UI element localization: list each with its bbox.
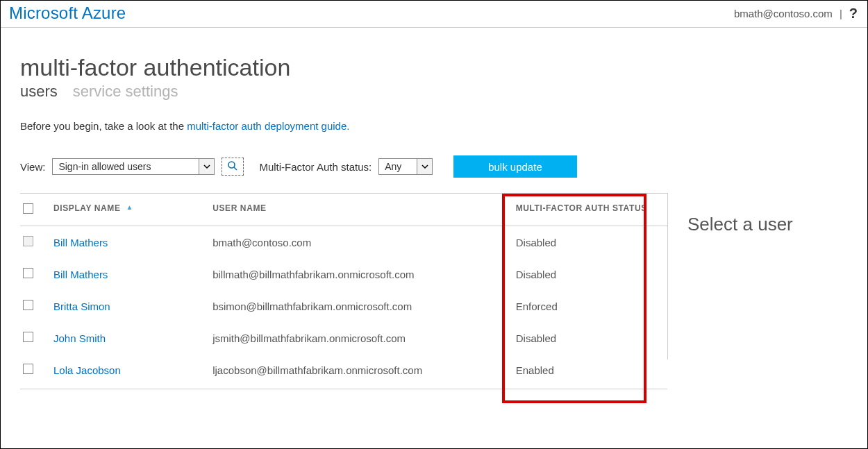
- search-icon: [227, 160, 238, 173]
- user-name-cell: jsmith@billmathfabrikam.onmicrosoft.com: [212, 322, 516, 354]
- display-name-cell: Bill Mathers: [53, 258, 212, 290]
- side-panel-prompt: Select a user: [687, 214, 848, 235]
- table-row[interactable]: Lola Jacobsonljacobson@billmathfabrikam.…: [20, 354, 667, 389]
- header-mfa-status[interactable]: MULTI-FACTOR AUTH STATUS: [516, 194, 667, 226]
- chevron-down-icon: [417, 159, 432, 174]
- brand-logo: Microsoft Azure: [9, 3, 126, 23]
- status-filter-select[interactable]: Any: [378, 158, 433, 175]
- display-name-link[interactable]: Britta Simon: [53, 300, 110, 312]
- row-checkbox[interactable]: [23, 300, 33, 310]
- status-filter-label: Multi-Factor Auth status:: [259, 161, 372, 173]
- row-checkbox-cell: [20, 322, 53, 354]
- tab-service-settings[interactable]: service settings: [73, 83, 178, 101]
- tab-users[interactable]: users: [20, 83, 58, 101]
- bulk-update-button[interactable]: bulk update: [453, 155, 577, 178]
- search-button[interactable]: [222, 158, 244, 176]
- deployment-guide-link[interactable]: multi-factor auth deployment guide.: [187, 120, 349, 132]
- row-checkbox[interactable]: [23, 332, 33, 342]
- help-icon[interactable]: ?: [849, 6, 858, 22]
- display-name-link[interactable]: Lola Jacobson: [53, 364, 121, 376]
- mfa-status-cell: Disabled: [516, 226, 667, 259]
- mfa-status-cell: Enforced: [516, 290, 667, 322]
- select-all-checkbox[interactable]: [23, 203, 33, 214]
- display-name-cell: Britta Simon: [53, 290, 212, 322]
- intro-prefix: Before you begin, take a look at the: [20, 120, 187, 132]
- user-name-cell: ljacobson@billmathfabrikam.onmicrosoft.c…: [212, 354, 516, 389]
- divider: |: [840, 8, 842, 19]
- topbar-right: bmath@contoso.com | ?: [734, 6, 858, 22]
- content: multi-factor authentication users servic…: [1, 28, 867, 389]
- header-display-name-label: DISPLAY NAME: [53, 203, 121, 213]
- user-name-cell: bsimon@billmathfabrikam.onmicrosoft.com: [212, 290, 516, 322]
- row-checkbox[interactable]: [23, 268, 33, 278]
- row-checkbox-cell: [20, 258, 53, 290]
- table-row[interactable]: Bill Mathersbmath@contoso.comDisabled: [20, 226, 667, 259]
- row-checkbox-cell: [20, 290, 53, 322]
- display-name-link[interactable]: Bill Mathers: [53, 269, 108, 280]
- mfa-status-cell: Disabled: [516, 258, 667, 290]
- intro-text: Before you begin, take a look at the mul…: [20, 120, 848, 132]
- table-row[interactable]: Bill Mathersbillmath@billmathfabrikam.on…: [20, 258, 667, 290]
- app-window: Microsoft Azure bmath@contoso.com | ? mu…: [0, 0, 868, 449]
- svg-point-0: [228, 162, 235, 168]
- display-name-link[interactable]: Bill Mathers: [53, 237, 108, 248]
- view-select[interactable]: Sign-in allowed users: [52, 158, 215, 175]
- display-name-cell: John Smith: [53, 322, 212, 354]
- users-table: DISPLAY NAME ▲ USER NAME MULTI-FACTOR AU…: [20, 193, 667, 389]
- header-user-name[interactable]: USER NAME: [212, 194, 516, 226]
- header-checkbox-cell: [20, 194, 53, 226]
- view-select-value: Sign-in allowed users: [53, 159, 199, 174]
- display-name-cell: Lola Jacobson: [53, 354, 212, 389]
- user-name-cell: billmath@billmathfabrikam.onmicrosoft.co…: [212, 258, 516, 290]
- tabs: users service settings: [20, 83, 848, 101]
- filter-row: View: Sign-in allowed users Multi-Factor…: [20, 155, 848, 178]
- row-checkbox-cell: [20, 226, 53, 259]
- sort-ascending-icon: ▲: [126, 203, 134, 211]
- chevron-down-icon: [199, 159, 214, 174]
- account-email: bmath@contoso.com: [734, 8, 833, 19]
- status-filter-value: Any: [379, 159, 417, 174]
- row-checkbox-cell: [20, 354, 53, 389]
- table-row[interactable]: Britta Simonbsimon@billmathfabrikam.onmi…: [20, 290, 667, 322]
- mfa-status-cell: Enabled: [516, 354, 667, 389]
- display-name-cell: Bill Mathers: [53, 226, 212, 259]
- table-row[interactable]: John Smithjsmith@billmathfabrikam.onmicr…: [20, 322, 667, 354]
- user-name-cell: bmath@contoso.com: [212, 226, 516, 259]
- view-label: View:: [20, 161, 45, 173]
- page-title: multi-factor authentication: [20, 54, 848, 81]
- svg-line-1: [234, 167, 237, 170]
- header-display-name[interactable]: DISPLAY NAME ▲: [53, 194, 212, 226]
- row-checkbox: [23, 236, 33, 246]
- row-checkbox[interactable]: [23, 364, 33, 374]
- side-panel: Select a user: [667, 193, 848, 359]
- display-name-link[interactable]: John Smith: [53, 332, 106, 344]
- header-mfa-status-label: MULTI-FACTOR AUTH STATUS: [516, 203, 647, 213]
- main-layout: DISPLAY NAME ▲ USER NAME MULTI-FACTOR AU…: [20, 193, 848, 389]
- topbar: Microsoft Azure bmath@contoso.com | ?: [1, 1, 867, 28]
- mfa-status-cell: Disabled: [516, 322, 667, 354]
- table-area: DISPLAY NAME ▲ USER NAME MULTI-FACTOR AU…: [20, 193, 667, 389]
- status-wrap: DISPLAY NAME ▲ USER NAME MULTI-FACTOR AU…: [20, 193, 667, 389]
